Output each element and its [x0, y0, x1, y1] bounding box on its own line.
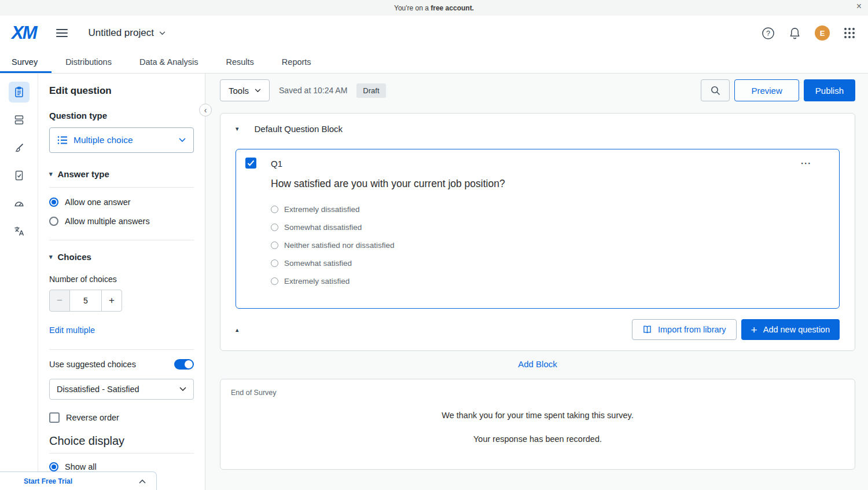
- choices-title: Choices: [58, 252, 91, 262]
- chevron-down-icon: [159, 31, 165, 35]
- choice-option[interactable]: Neither satisfied nor dissatisfied: [271, 241, 830, 250]
- tab-survey[interactable]: Survey: [0, 50, 52, 73]
- search-button[interactable]: [701, 79, 730, 101]
- radio-unselected-icon: [271, 206, 278, 213]
- look-and-feel-icon[interactable]: [9, 137, 30, 158]
- radio-unselected-icon: [271, 277, 278, 285]
- edit-question-panel: Edit question Question type Multiple cho…: [38, 74, 205, 490]
- end-of-survey-message-2: Your response has been recorded.: [231, 434, 844, 444]
- preview-button[interactable]: Preview: [734, 79, 799, 101]
- multiple-choice-icon: [57, 136, 68, 145]
- use-suggested-choices-toggle[interactable]: [174, 359, 194, 370]
- choices-count-value[interactable]: 5: [70, 290, 101, 312]
- panel-title: Edit question: [49, 85, 194, 97]
- notifications-bell-icon[interactable]: [789, 27, 801, 39]
- radio-label: Show all: [65, 462, 97, 471]
- choice-label: Extremely satisfied: [284, 277, 350, 286]
- radio-show-all[interactable]: Show all: [49, 462, 194, 471]
- import-from-library-button[interactable]: Import from library: [632, 319, 737, 340]
- radio-allow-multiple-answers[interactable]: Allow multiple answers: [49, 217, 194, 226]
- answer-type-section-header[interactable]: ▾ Answer type: [49, 169, 194, 179]
- end-of-survey-block[interactable]: End of Survey We thank you for your time…: [220, 379, 855, 470]
- question-type-value: Multiple choice: [73, 135, 133, 145]
- choice-label: Neither satisfied nor dissatisfied: [284, 241, 395, 250]
- survey-options-icon[interactable]: [9, 165, 30, 186]
- divider: [49, 187, 194, 188]
- project-name-menu[interactable]: Untitled project: [89, 27, 165, 39]
- choice-option[interactable]: Extremely satisfied: [271, 277, 830, 286]
- tools-button[interactable]: Tools: [220, 79, 270, 101]
- choice-label: Extremely dissatisfied: [284, 205, 360, 214]
- quotas-icon[interactable]: [9, 193, 30, 214]
- autosave-status: Saved at 10:24 AM: [279, 86, 347, 95]
- default-question-block: ▾ Default Question Block Q1 ⋯ How satisf…: [220, 113, 855, 351]
- radio-allow-one-answer[interactable]: Allow one answer: [49, 198, 194, 207]
- tab-results[interactable]: Results: [212, 50, 267, 73]
- question-text[interactable]: How satisfied are you with your current …: [271, 178, 830, 190]
- chevron-down-icon: [255, 89, 261, 93]
- question-menu-ellipsis-icon[interactable]: ⋯: [800, 158, 812, 169]
- search-icon: [710, 85, 721, 96]
- plus-icon: +: [751, 324, 757, 335]
- question-type-select[interactable]: Multiple choice: [49, 127, 194, 153]
- increment-button[interactable]: +: [101, 290, 122, 312]
- hamburger-menu-icon[interactable]: [56, 27, 68, 39]
- left-icon-rail: [0, 74, 38, 490]
- publish-button[interactable]: Publish: [804, 79, 855, 101]
- end-of-survey-message-1: We thank you for your time spent taking …: [231, 411, 844, 420]
- tab-reports[interactable]: Reports: [268, 50, 325, 73]
- divider: [49, 453, 194, 454]
- apps-grid-icon[interactable]: [844, 27, 855, 39]
- add-block-link[interactable]: Add Block: [518, 359, 557, 369]
- edit-multiple-link[interactable]: Edit multiple: [49, 326, 95, 335]
- number-of-choices-label: Number of choices: [49, 275, 194, 284]
- help-icon[interactable]: ?: [762, 27, 775, 40]
- add-new-question-button[interactable]: + Add new question: [741, 319, 840, 340]
- primary-nav: Survey Distributions Data & Analysis Res…: [0, 50, 868, 74]
- survey-toolbar: Tools Saved at 10:24 AM Draft Preview Pu…: [220, 74, 855, 101]
- reverse-order-label: Reverse order: [66, 413, 119, 422]
- chevron-up-icon[interactable]: [139, 479, 146, 484]
- radio-unselected-icon: [271, 242, 278, 249]
- check-icon: [247, 160, 255, 166]
- close-icon[interactable]: ×: [856, 2, 862, 11]
- choices-count-stepper: − 5 +: [49, 290, 194, 312]
- choice-display-title: Choice display: [49, 434, 194, 448]
- block-title[interactable]: Default Question Block: [255, 124, 343, 134]
- xm-logo: XM: [12, 23, 36, 43]
- tab-distributions[interactable]: Distributions: [52, 50, 126, 73]
- answer-type-title: Answer type: [58, 169, 109, 179]
- choice-option[interactable]: Somewhat dissatisfied: [271, 223, 830, 232]
- chevron-down-icon: [179, 138, 186, 142]
- radio-unselected-icon: [271, 259, 278, 267]
- caret-down-icon: ▾: [49, 253, 53, 261]
- choice-option[interactable]: Somewhat satisfied: [271, 259, 830, 268]
- decrement-button[interactable]: −: [49, 290, 70, 312]
- question-choices: Extremely dissatisfied Somewhat dissatis…: [271, 205, 830, 286]
- tab-data-analysis[interactable]: Data & Analysis: [126, 50, 212, 73]
- suggested-choices-select[interactable]: Dissatisfied - Satisfied: [49, 379, 194, 400]
- question-card-q1[interactable]: Q1 ⋯ How satisfied are you with your cur…: [236, 149, 840, 309]
- choices-section-header[interactable]: ▾ Choices: [49, 252, 194, 262]
- radio-label: Allow one answer: [65, 198, 131, 207]
- collapse-panel-button[interactable]: ‹: [199, 104, 212, 116]
- divider: [49, 240, 194, 240]
- tools-label: Tools: [229, 86, 249, 96]
- survey-flow-icon[interactable]: [9, 109, 30, 130]
- choice-label: Somewhat satisfied: [284, 259, 352, 268]
- block-collapse-caret-icon[interactable]: ▾: [236, 125, 239, 133]
- choice-option[interactable]: Extremely dissatisfied: [271, 205, 830, 214]
- radio-label: Allow multiple answers: [65, 217, 150, 226]
- question-checkbox-checked[interactable]: [245, 158, 256, 169]
- banner-text: You're on a free account.: [394, 4, 474, 12]
- avatar[interactable]: E: [815, 25, 830, 41]
- question-id: Q1: [271, 158, 282, 169]
- start-free-trial-bar[interactable]: Start Free Trial: [0, 471, 157, 490]
- survey-builder-icon[interactable]: [9, 82, 30, 103]
- block-footer-caret-icon[interactable]: ▴: [236, 326, 239, 334]
- library-book-icon: [642, 325, 652, 334]
- reverse-order-checkbox-row[interactable]: Reverse order: [49, 412, 194, 423]
- free-account-banner: You're on a free account. ×: [0, 0, 868, 16]
- translations-icon[interactable]: [9, 221, 30, 242]
- use-suggested-choices-label: Use suggested choices: [49, 360, 136, 369]
